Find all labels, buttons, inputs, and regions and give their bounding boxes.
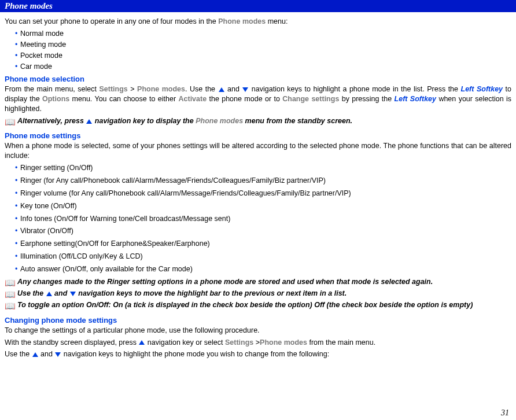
up-arrow-icon — [86, 119, 92, 124]
text: navigation — [76, 289, 116, 297]
text: and — [53, 289, 69, 297]
up-arrow-icon — [46, 292, 52, 296]
note-ringer-changes: 📖 Any changes made to the Ringer setting… — [5, 277, 511, 289]
text: Use the — [17, 289, 46, 297]
modes-list: Normal mode Meeting mode Pocket mode Car… — [15, 29, 511, 72]
item-label: Auto answer (On/Off, only available for … — [20, 265, 193, 273]
changing-p1: To change the settings of a particular p… — [5, 326, 511, 336]
phonemodes-label: Phone modes — [196, 117, 243, 125]
list-item: Normal mode — [15, 29, 511, 39]
text: menu from the standby screen. — [243, 117, 352, 125]
item-label: Vibrator (On/Off) — [20, 227, 73, 235]
text: navigation key to display the — [93, 117, 196, 125]
changing-p2: With the standby screen displayed, press… — [5, 338, 511, 348]
text: Use the — [5, 350, 32, 358]
text: the phone mode or to — [207, 95, 282, 103]
settings-label: Settings — [99, 85, 127, 93]
page-number: 31 — [501, 408, 509, 418]
text: keys to move the highlight bar to the pr… — [116, 289, 347, 297]
list-item: Earphone setting(On/Off for Earphone&Spe… — [15, 239, 511, 249]
section-heading-selection: Phone mode selection — [5, 75, 511, 83]
mode-label: Normal mode — [20, 30, 64, 38]
list-item: Ringer volume (for Any call/Phonebook ca… — [15, 189, 511, 198]
list-item: Meeting mode — [15, 40, 511, 50]
text: menu. You can choose to either — [69, 95, 178, 103]
text: > — [253, 338, 260, 347]
note-alternatively: 📖 Alternatively, press navigation key to… — [5, 116, 511, 128]
mode-label: Car mode — [20, 62, 52, 71]
list-item: Ringer (for Any call/Phonebook call/Alar… — [15, 176, 511, 186]
options-label: Options — [42, 95, 69, 103]
changing-p3: Use the and navigation keys to highlight… — [5, 349, 511, 359]
up-arrow-icon — [139, 340, 145, 345]
item-label: Illumination (Off/LCD only/Key & LCD) — [20, 252, 143, 260]
down-arrow-icon — [70, 292, 76, 296]
text: from the main menu. — [307, 338, 375, 347]
left-softkey-label: Left Softkey — [395, 95, 436, 103]
list-item: Car mode — [15, 62, 511, 72]
note-use-arrows: 📖 Use the and navigation keys to move th… — [5, 289, 511, 300]
text: navigation key or select — [145, 338, 225, 347]
section-heading-changing: Changing phone mode settings — [5, 316, 511, 325]
phonemodes-label: Phone modes — [137, 85, 185, 93]
text: navigation keys to highlight a phone mod… — [249, 85, 460, 93]
list-item: Auto answer (On/Off, only available for … — [15, 264, 511, 274]
list-item: Info tones (On/Off for Warning tone/Cell… — [15, 214, 511, 224]
up-arrow-icon — [219, 87, 224, 92]
note-text: Alternatively, press navigation key to d… — [17, 116, 511, 126]
text: . Use the — [185, 85, 218, 93]
book-icon: 📖 — [5, 116, 17, 128]
down-arrow-icon — [55, 352, 61, 357]
phonemodes-label: Phone modes — [260, 338, 307, 347]
book-icon: 📖 — [5, 277, 17, 289]
text: and — [39, 350, 55, 358]
left-softkey-label: Left Softkey — [461, 85, 503, 93]
page-title-bar: Phone modes — [0, 0, 516, 12]
page-title: Phone modes — [5, 1, 53, 10]
intro-pre: You can set your phone to operate in any… — [5, 17, 218, 25]
list-item: Key tone (On/Off) — [15, 201, 511, 211]
selection-paragraph: From the main menu, select Settings > Ph… — [5, 84, 511, 114]
text: and — [225, 85, 242, 93]
item-label: Info tones (On/Off for Warning tone/Cell… — [20, 215, 230, 223]
settings-list: Ringer setting (On/Off) Ringer (for Any … — [15, 163, 511, 274]
list-item: Ringer setting (On/Off) — [15, 163, 511, 173]
item-label: Key tone (On/Off) — [20, 202, 77, 210]
intro-gray: Phone modes — [218, 17, 266, 25]
item-label: Ringer setting (On/Off) — [20, 164, 93, 172]
mode-label: Meeting mode — [20, 40, 66, 49]
activate-label: Activate — [178, 95, 207, 103]
text: Alternatively, press — [17, 117, 86, 125]
item-label: Ringer (for Any call/Phonebook call/Alar… — [20, 176, 326, 185]
note-text: Use the and navigation keys to move the … — [17, 289, 511, 299]
section-heading-settings: Phone mode settings — [5, 131, 511, 140]
change-settings-label: Change settings — [282, 95, 339, 103]
item-label: Earphone setting(On/Off for Earphone&Spe… — [20, 240, 210, 248]
mode-label: Pocket mode — [20, 51, 62, 60]
book-icon: 📖 — [5, 289, 17, 300]
text: > — [128, 85, 137, 93]
settings-label: Settings — [225, 338, 253, 347]
note-text: To toggle an option On/Off: On (a tick i… — [17, 300, 511, 310]
item-label: Ringer volume (for Any call/Phonebook ca… — [20, 189, 351, 197]
text: From the main menu, select — [5, 85, 99, 93]
intro-paragraph: You can set your phone to operate in any… — [5, 17, 511, 27]
list-item: Vibrator (On/Off) — [15, 226, 511, 236]
intro-post: menu: — [266, 17, 288, 25]
text: With the standby screen displayed, press — [5, 338, 138, 347]
note-toggle: 📖 To toggle an option On/Off: On (a tick… — [5, 300, 511, 312]
down-arrow-icon — [242, 87, 248, 92]
text: by pressing the — [339, 95, 394, 103]
list-item: Pocket mode — [15, 51, 511, 61]
up-arrow-icon — [32, 352, 38, 357]
book-icon: 📖 — [5, 300, 17, 312]
settings-paragraph: When a phone mode is selected, some of y… — [5, 141, 511, 161]
text: navigation keys to highlight the phone m… — [61, 350, 329, 358]
list-item: Illumination (Off/LCD only/Key & LCD) — [15, 252, 511, 261]
note-text: Any changes made to the Ringer setting o… — [17, 277, 511, 287]
